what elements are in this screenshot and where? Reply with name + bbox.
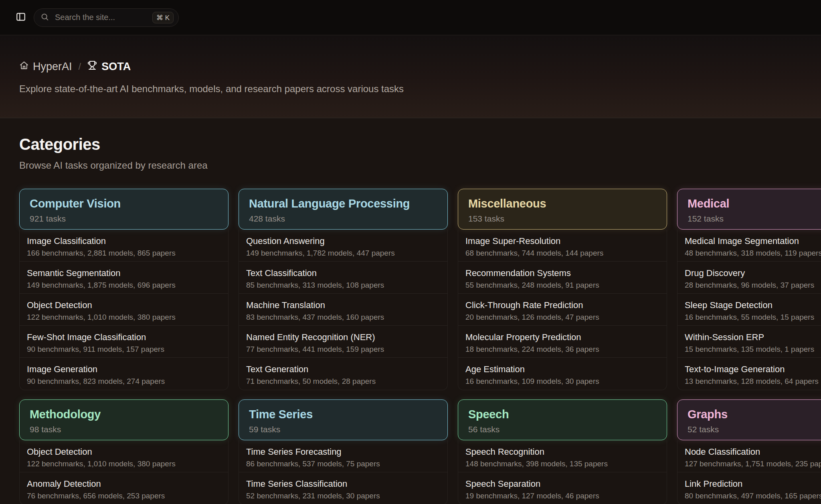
hero-subtitle: Explore state-of-the-art AI benchmarks, … <box>19 83 821 95</box>
category-card[interactable]: Time Series 59 tasks <box>239 399 448 440</box>
task-stats: 18 benchmarks, 224 models, 36 papers <box>465 344 659 354</box>
category-title: Miscellaneous <box>468 197 657 210</box>
panel-left-icon <box>16 12 26 23</box>
breadcrumb-home-link[interactable]: HyperAI <box>19 60 72 73</box>
task-row[interactable]: Question Answering 149 benchmarks, 1,782… <box>239 230 447 262</box>
task-row[interactable]: Node Classification 127 benchmarks, 1,75… <box>677 440 821 472</box>
category-task-count: 921 tasks <box>30 214 218 224</box>
task-stats: 13 benchmarks, 128 models, 64 papers <box>685 376 821 386</box>
task-row[interactable]: Speech Separation 19 benchmarks, 127 mod… <box>458 472 667 504</box>
task-row[interactable]: Few-Shot Image Classification 90 benchma… <box>20 326 228 358</box>
breadcrumb-current: SOTA <box>87 60 131 73</box>
category-card[interactable]: Natural Language Processing 428 tasks <box>239 189 448 230</box>
task-row[interactable]: Anomaly Detection 76 benchmarks, 656 mod… <box>20 472 228 504</box>
task-row[interactable]: Image Super-Resolution 68 benchmarks, 74… <box>458 230 667 262</box>
task-title: Time Series Forecasting <box>246 446 440 458</box>
category-card[interactable]: Miscellaneous 153 tasks <box>458 189 667 230</box>
sidebar-toggle-button[interactable] <box>12 9 30 26</box>
task-title: Few-Shot Image Classification <box>27 331 221 343</box>
category-task-count: 56 tasks <box>468 424 657 435</box>
trophy-icon <box>87 60 97 73</box>
task-title: Question Answering <box>246 235 440 247</box>
page-title: Categories <box>19 136 821 152</box>
category-title: Medical <box>688 197 821 210</box>
task-stats: 55 benchmarks, 248 models, 91 papers <box>465 280 659 290</box>
task-stats: 68 benchmarks, 744 models, 144 papers <box>465 248 659 258</box>
task-row[interactable]: Time Series Forecasting 86 benchmarks, 5… <box>239 440 447 472</box>
category-title: Speech <box>468 407 657 421</box>
task-title: Semantic Segmentation <box>27 267 221 279</box>
task-row[interactable]: Age Estimation 16 benchmarks, 109 models… <box>458 358 667 390</box>
task-stats: 148 benchmarks, 398 models, 135 papers <box>465 459 659 469</box>
task-row[interactable]: Image Generation 90 benchmarks, 823 mode… <box>20 358 228 390</box>
task-row[interactable]: Text Classification 85 benchmarks, 313 m… <box>239 262 447 294</box>
task-title: Image Super-Resolution <box>465 235 659 247</box>
task-stats: 48 benchmarks, 318 models, 119 papers <box>685 248 821 258</box>
task-row[interactable]: Text Generation 71 benchmarks, 50 models… <box>239 358 447 390</box>
task-stats: 149 benchmarks, 1,875 models, 696 papers <box>27 280 221 290</box>
breadcrumb-current-label: SOTA <box>101 60 131 73</box>
category-card[interactable]: Methodology 98 tasks <box>19 399 229 440</box>
task-row[interactable]: Object Detection 122 benchmarks, 1,010 m… <box>20 294 228 326</box>
task-stats: 16 benchmarks, 109 models, 30 papers <box>465 376 659 386</box>
task-row[interactable]: Link Prediction 80 benchmarks, 497 model… <box>677 472 821 504</box>
task-stats: 28 benchmarks, 96 models, 37 papers <box>685 280 821 290</box>
task-row[interactable]: Drug Discovery 28 benchmarks, 96 models,… <box>677 262 821 294</box>
breadcrumb-separator: / <box>79 60 81 73</box>
task-row[interactable]: Speech Recognition 148 benchmarks, 398 m… <box>458 440 667 472</box>
task-title: Object Detection <box>27 299 221 311</box>
category-card[interactable]: Graphs 52 tasks <box>677 399 821 440</box>
task-row[interactable]: Recommendation Systems 55 benchmarks, 24… <box>458 262 667 294</box>
breadcrumb-home-label: HyperAI <box>33 60 72 73</box>
category-column: Methodology 98 tasks Object Detection 12… <box>19 399 229 504</box>
task-stats: 85 benchmarks, 313 models, 108 papers <box>246 280 440 290</box>
task-title: Link Prediction <box>685 478 821 490</box>
hero-header: HyperAI / SOTA Explore state-of-the-art … <box>0 35 821 118</box>
category-title: Graphs <box>688 407 821 421</box>
category-title: Methodology <box>30 407 218 421</box>
main-content: Categories Browse AI tasks organized by … <box>0 118 821 504</box>
task-list: Time Series Forecasting 86 benchmarks, 5… <box>239 440 448 504</box>
task-stats: 52 benchmarks, 231 models, 30 papers <box>246 491 440 501</box>
task-row[interactable]: Click-Through Rate Prediction 20 benchma… <box>458 294 667 326</box>
task-row[interactable]: Image Classification 166 benchmarks, 2,8… <box>20 230 228 262</box>
task-row[interactable]: Text-to-Image Generation 13 benchmarks, … <box>677 358 821 390</box>
task-stats: 77 benchmarks, 441 models, 159 papers <box>246 344 440 354</box>
task-stats: 122 benchmarks, 1,010 models, 380 papers <box>27 459 221 469</box>
category-task-count: 59 tasks <box>249 424 437 435</box>
task-row[interactable]: Sleep Stage Detection 16 benchmarks, 55 … <box>677 294 821 326</box>
task-row[interactable]: Object Detection 122 benchmarks, 1,010 m… <box>20 440 228 472</box>
task-title: Drug Discovery <box>685 267 821 279</box>
task-title: Anomaly Detection <box>27 478 221 490</box>
home-icon <box>19 60 29 73</box>
category-card[interactable]: Medical 152 tasks <box>677 189 821 230</box>
task-stats: 71 benchmarks, 50 models, 28 papers <box>246 376 440 386</box>
task-title: Time Series Classification <box>246 478 440 490</box>
task-stats: 127 benchmarks, 1,751 models, 235 papers <box>685 459 821 469</box>
category-task-count: 152 tasks <box>688 214 821 224</box>
task-stats: 20 benchmarks, 126 models, 47 papers <box>465 312 659 322</box>
category-column: Miscellaneous 153 tasks Image Super-Reso… <box>458 189 667 390</box>
search-container: ⌘ K <box>34 8 179 27</box>
task-row[interactable]: Molecular Property Prediction 18 benchma… <box>458 326 667 358</box>
task-stats: 19 benchmarks, 127 models, 46 papers <box>465 491 659 501</box>
task-title: Sleep Stage Detection <box>685 299 821 311</box>
task-title: Recommendation Systems <box>465 267 659 279</box>
task-row[interactable]: Time Series Classification 52 benchmarks… <box>239 472 447 504</box>
task-title: Medical Image Segmentation <box>685 235 821 247</box>
task-list: Question Answering 149 benchmarks, 1,782… <box>239 230 448 390</box>
task-title: Text-to-Image Generation <box>685 363 821 375</box>
category-column: Medical 152 tasks Medical Image Segmenta… <box>677 189 821 390</box>
category-task-count: 98 tasks <box>30 424 218 435</box>
category-card[interactable]: Computer Vision 921 tasks <box>19 189 229 230</box>
task-list: Object Detection 122 benchmarks, 1,010 m… <box>19 440 229 504</box>
task-row[interactable]: Within-Session ERP 15 benchmarks, 135 mo… <box>677 326 821 358</box>
task-list: Image Super-Resolution 68 benchmarks, 74… <box>458 230 667 390</box>
task-row[interactable]: Semantic Segmentation 149 benchmarks, 1,… <box>20 262 228 294</box>
category-task-count: 153 tasks <box>468 214 657 224</box>
category-card[interactable]: Speech 56 tasks <box>458 399 667 440</box>
task-row[interactable]: Medical Image Segmentation 48 benchmarks… <box>677 230 821 262</box>
task-row[interactable]: Named Entity Recognition (NER) 77 benchm… <box>239 326 447 358</box>
category-column: Graphs 52 tasks Node Classification 127 … <box>677 399 821 504</box>
task-row[interactable]: Machine Translation 83 benchmarks, 437 m… <box>239 294 447 326</box>
